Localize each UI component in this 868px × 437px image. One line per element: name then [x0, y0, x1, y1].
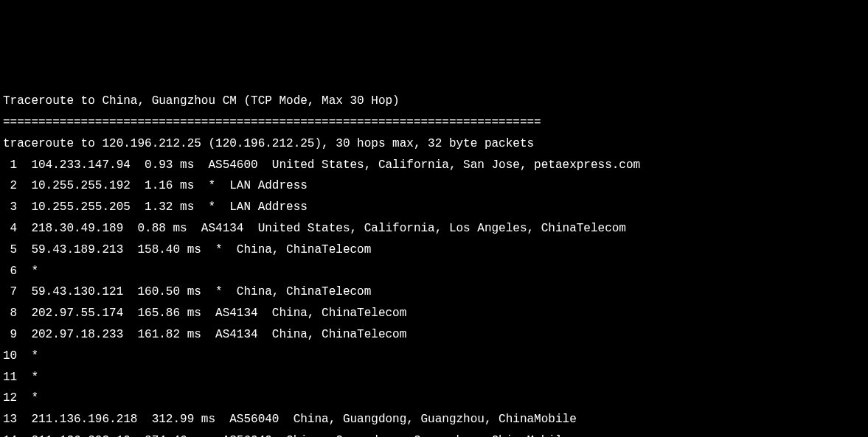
hop-row: 6 *: [3, 261, 865, 282]
hop-list: 1 104.233.147.94 0.93 ms AS54600 United …: [3, 155, 865, 437]
hop-row: 11 *: [3, 367, 865, 388]
hop-row: 7 59.43.130.121 160.50 ms * China, China…: [3, 282, 865, 303]
hop-row: 14 211.136.203.10 274.46 ms AS56040 Chin…: [3, 430, 865, 437]
hop-row: 8 202.97.55.174 165.86 ms AS4134 China, …: [3, 303, 865, 324]
hop-row: 1 104.233.147.94 0.93 ms AS54600 United …: [3, 155, 865, 176]
hop-row: 2 10.255.255.192 1.16 ms * LAN Address: [3, 175, 865, 197]
hop-row: 3 10.255.255.205 1.32 ms * LAN Address: [3, 197, 865, 218]
traceroute-summary: traceroute to 120.196.212.25 (120.196.21…: [3, 133, 865, 155]
hop-row: 9 202.97.18.233 161.82 ms AS4134 China, …: [3, 324, 865, 346]
hop-row: 12 *: [3, 388, 865, 409]
hop-row: 5 59.43.189.213 158.40 ms * China, China…: [3, 240, 865, 261]
hop-row: 4 218.30.49.189 0.88 ms AS4134 United St…: [3, 218, 865, 240]
hop-row: 10 *: [3, 346, 865, 367]
separator-line: ========================================…: [3, 112, 865, 133]
hop-row: 13 211.136.196.218 312.99 ms AS56040 Chi…: [3, 409, 865, 430]
traceroute-title: Traceroute to China, Guangzhou CM (TCP M…: [3, 91, 865, 112]
